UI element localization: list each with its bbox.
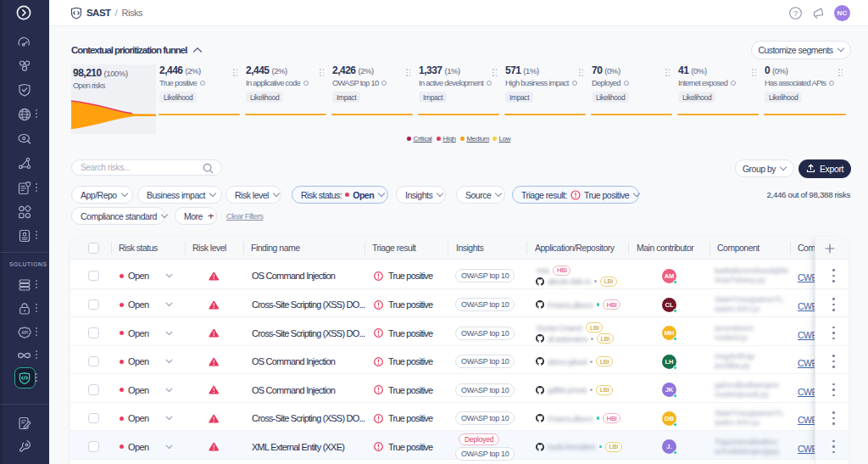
svg-text:API: API: [21, 330, 28, 334]
svg-text:?: ?: [793, 8, 798, 17]
